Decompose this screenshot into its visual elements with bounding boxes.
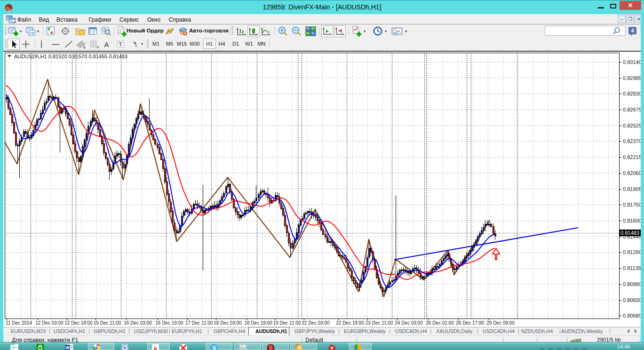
svg-text:0.81135: 0.81135 xyxy=(623,265,641,271)
svg-text:16 Dec 19:00: 16 Dec 19:00 xyxy=(155,320,183,326)
svg-text:S: S xyxy=(213,345,216,350)
svg-text:0.81905: 0.81905 xyxy=(623,186,642,192)
svg-text:23 Dec 11:00: 23 Dec 11:00 xyxy=(366,320,393,326)
svg-text:18 Dec 19:00: 18 Dec 19:00 xyxy=(244,320,272,326)
svg-text:0.82060: 0.82060 xyxy=(623,170,642,176)
svg-text:0.83140: 0.83140 xyxy=(623,59,642,65)
svg-text:0.81483: 0.81483 xyxy=(620,230,639,236)
svg-text:29 Dec 09:00: 29 Dec 09:00 xyxy=(486,320,515,326)
svg-text:0.82370: 0.82370 xyxy=(623,138,642,144)
svg-text:15 Dec 11:00: 15 Dec 11:00 xyxy=(94,320,121,326)
svg-text:0.82525: 0.82525 xyxy=(623,123,642,128)
svg-text:24 Dec 03:00: 24 Dec 03:00 xyxy=(395,320,423,326)
svg-text:12 Dec 03:00: 12 Dec 03:00 xyxy=(35,320,64,326)
svg-text:0.80830: 0.80830 xyxy=(623,297,642,303)
svg-text:22 Dec 19:00: 22 Dec 19:00 xyxy=(336,320,364,326)
svg-text:11 Dec 2014: 11 Dec 2014 xyxy=(6,320,32,326)
svg-text:0.82830: 0.82830 xyxy=(623,91,642,96)
svg-text:0.81600: 0.81600 xyxy=(623,218,642,223)
svg-text:19 Dec 11:00: 19 Dec 11:00 xyxy=(273,320,301,326)
svg-text:22 Dec 03:00: 22 Dec 03:00 xyxy=(302,320,330,326)
svg-text:0.82675: 0.82675 xyxy=(623,107,642,112)
svg-text:26 Dec 17:00: 26 Dec 17:00 xyxy=(456,320,484,326)
svg-text:0.81290: 0.81290 xyxy=(623,249,642,255)
svg-text:0.81750: 0.81750 xyxy=(623,202,642,207)
svg-text:fx: fx xyxy=(6,6,9,10)
svg-text:0.82215: 0.82215 xyxy=(623,154,642,160)
svg-text:AUDUSDh,H1 0.81520 0.81570 0.: AUDUSDh,H1 0.81520 0.81570 0.81455 0.814… xyxy=(14,54,127,59)
svg-text:0.80980: 0.80980 xyxy=(623,281,642,287)
svg-text:26 Dec 01:00: 26 Dec 01:00 xyxy=(426,320,454,326)
svg-text:W: W xyxy=(66,345,70,350)
svg-text:я: я xyxy=(154,344,157,350)
svg-text:18 Dec 03:00: 18 Dec 03:00 xyxy=(214,320,242,326)
svg-text:16 Dec 03:00: 16 Dec 03:00 xyxy=(124,320,152,326)
svg-text:0.80680: 0.80680 xyxy=(623,313,642,318)
svg-text:0.82985: 0.82985 xyxy=(623,75,642,81)
svg-text:17 Dec 11:00: 17 Dec 11:00 xyxy=(185,320,213,326)
svg-text:12 Dec 19:00: 12 Dec 19:00 xyxy=(64,320,93,326)
